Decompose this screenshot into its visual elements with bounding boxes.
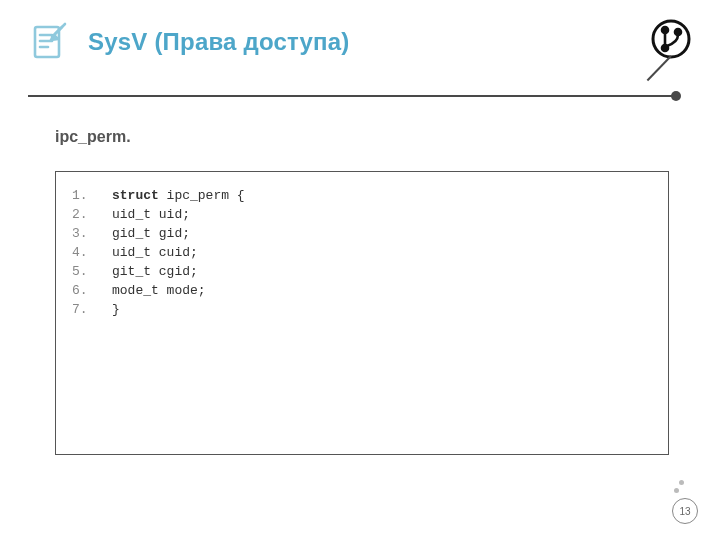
code-line: 2. uid_t uid; (72, 205, 652, 224)
page-number-badge: 13 (672, 498, 698, 524)
code-line: 6. mode_t mode; (72, 281, 652, 300)
code-block: 1. struct ipc_perm { 2. uid_t uid; 3. gi… (55, 171, 669, 455)
decorative-dot (674, 488, 679, 493)
code-line: 3. gid_t gid; (72, 224, 652, 243)
code-text: } (112, 300, 120, 319)
decorative-dot (679, 480, 684, 485)
note-icon (28, 22, 70, 68)
line-number: 2. (72, 205, 112, 224)
code-line: 4. uid_t cuid; (72, 243, 652, 262)
line-number: 4. (72, 243, 112, 262)
section-divider (28, 95, 674, 97)
code-text: gid_t gid; (112, 224, 190, 243)
code-text: git_t cgid; (112, 262, 198, 281)
svg-point-6 (662, 27, 668, 33)
code-text: mode_t mode; (112, 281, 206, 300)
page-number: 13 (672, 498, 698, 524)
line-number: 7. (72, 300, 112, 319)
subtitle: ipc_perm. (55, 128, 131, 146)
code-text: uid_t cuid; (112, 243, 198, 262)
line-number: 5. (72, 262, 112, 281)
svg-point-4 (653, 21, 689, 57)
line-number: 1. (72, 186, 112, 205)
code-text: uid_t uid; (112, 205, 190, 224)
code-keyword: struct (112, 188, 159, 203)
line-number: 3. (72, 224, 112, 243)
code-line: 1. struct ipc_perm { (72, 186, 652, 205)
svg-point-8 (675, 29, 681, 35)
code-line: 5. git_t cgid; (72, 262, 652, 281)
code-text: ipc_perm { (159, 188, 245, 203)
page-title: SysV (Права доступа) (88, 28, 350, 56)
line-number: 6. (72, 281, 112, 300)
code-line: 7. } (72, 300, 652, 319)
